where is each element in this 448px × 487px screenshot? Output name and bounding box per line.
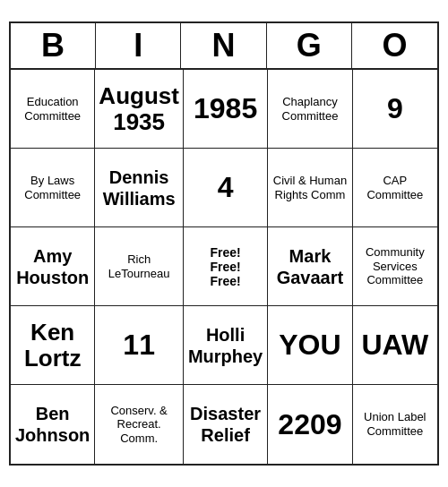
bingo-letter-o: O xyxy=(352,23,437,68)
cell-r4c4: YOU xyxy=(268,306,352,385)
cell-text-r1c5: 9 xyxy=(387,91,403,125)
cell-text-r4c4: YOU xyxy=(279,328,340,362)
cell-text-r3c1: Amy Houston xyxy=(14,245,90,288)
cell-text-r5c5: Union Label Committee xyxy=(357,410,434,438)
cell-r2c2: Dennis Williams xyxy=(95,149,184,227)
cell-r1c3: 1985 xyxy=(184,70,268,149)
cell-text-r1c2: August 1935 xyxy=(99,83,179,134)
cell-r5c5: Union Label Committee xyxy=(353,385,437,464)
cell-r5c1: Ben Johnson xyxy=(11,385,95,464)
cell-r3c4: Mark Gavaart xyxy=(268,227,352,306)
cell-text-r1c3: 1985 xyxy=(194,91,257,125)
cell-r3c5: Community Services Committee xyxy=(353,227,437,306)
cell-r3c3: Free!Free!Free! xyxy=(184,227,268,306)
free-text: Free! xyxy=(210,274,240,288)
cell-r2c1: By Laws Committee xyxy=(11,149,95,227)
bingo-letter-b: B xyxy=(11,23,96,68)
cell-r2c4: Civil & Human Rights Comm xyxy=(268,149,352,227)
cell-r4c3: Holli Murphey xyxy=(184,306,268,385)
cell-text-r1c1: Education Committee xyxy=(14,95,90,123)
cell-text-r2c4: Civil & Human Rights Comm xyxy=(271,174,348,201)
cell-text-r4c5: UAW xyxy=(361,328,428,362)
cell-r5c2: Conserv. & Recreat. Comm. xyxy=(95,385,184,464)
cell-r5c4: 2209 xyxy=(268,385,352,464)
cell-r1c1: Education Committee xyxy=(11,70,95,149)
cell-text-r4c2: 11 xyxy=(123,328,155,362)
cell-text-r2c3: 4 xyxy=(218,170,234,204)
cell-r1c5: 9 xyxy=(353,70,437,149)
cell-r1c4: Chaplancy Committee xyxy=(268,70,352,149)
cell-r4c1: Ken Lortz xyxy=(11,306,95,385)
cell-r4c5: UAW xyxy=(353,306,437,385)
cell-r1c2: August 1935 xyxy=(95,70,184,149)
cell-text-r5c4: 2209 xyxy=(278,407,341,441)
cell-r4c2: 11 xyxy=(95,306,184,385)
bingo-card: BINGO Education CommitteeAugust 19351985… xyxy=(9,21,439,466)
bingo-header: BINGO xyxy=(11,23,437,70)
cell-text-r3c4: Mark Gavaart xyxy=(271,245,348,288)
cell-r2c5: CAP Committee xyxy=(353,149,437,227)
cell-text-r2c2: Dennis Williams xyxy=(99,167,179,209)
cell-r3c1: Amy Houston xyxy=(11,227,95,306)
cell-text-r3c2: Rich LeTourneau xyxy=(99,252,179,280)
cell-text-r4c3: Holli Murphey xyxy=(187,324,263,367)
cell-text-r3c5: Community Services Committee xyxy=(357,245,434,287)
cell-text-r2c5: CAP Committee xyxy=(357,174,434,201)
free-text: Free! xyxy=(210,245,240,260)
cell-text-r4c1: Ken Lortz xyxy=(14,320,90,371)
bingo-letter-g: G xyxy=(267,23,352,68)
cell-text-r5c2: Conserv. & Recreat. Comm. xyxy=(99,404,179,446)
cell-text-r1c4: Chaplancy Committee xyxy=(271,95,348,123)
bingo-letter-n: N xyxy=(181,23,266,68)
bingo-grid: Education CommitteeAugust 19351985Chapla… xyxy=(11,70,437,464)
cell-r5c3: Disaster Relief xyxy=(184,385,268,464)
bingo-letter-i: I xyxy=(96,23,181,68)
cell-text-r5c3: Disaster Relief xyxy=(187,403,263,446)
cell-r2c3: 4 xyxy=(184,149,268,227)
cell-r3c2: Rich LeTourneau xyxy=(95,227,184,306)
cell-text-r5c1: Ben Johnson xyxy=(14,403,90,446)
cell-text-r2c1: By Laws Committee xyxy=(14,174,90,201)
free-text: Free! xyxy=(210,260,240,274)
